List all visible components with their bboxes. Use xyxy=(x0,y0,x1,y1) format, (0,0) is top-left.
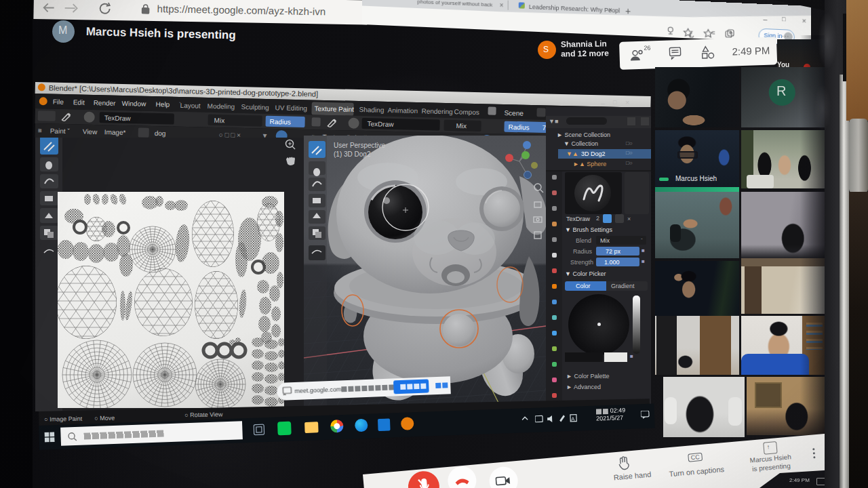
svg-text:User Perspective: User Perspective xyxy=(334,142,386,149)
svg-text:A: A xyxy=(571,416,575,422)
svg-text:(1) 3D Dog2: (1) 3D Dog2 xyxy=(334,150,371,158)
